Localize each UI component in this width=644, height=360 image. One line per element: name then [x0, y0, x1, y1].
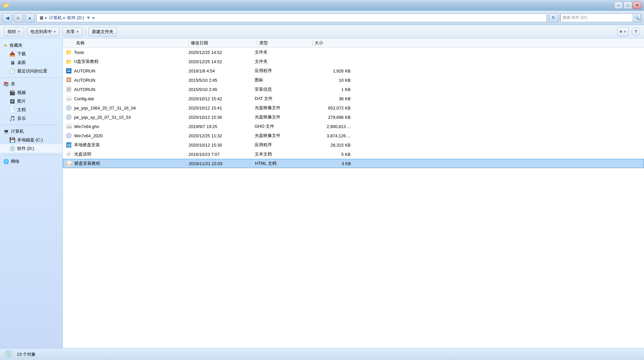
- table-row[interactable]: DAT Config.dat 2020/10/12 15:42 DAT 文件 3…: [63, 94, 644, 103]
- sidebar-item-video[interactable]: 🎬 视频: [0, 88, 63, 97]
- table-row[interactable]: HTML 硬盘安装教程 2016/11/21 22:03 HTML 文档 3 K…: [63, 159, 644, 168]
- svg-point-12: [68, 116, 69, 118]
- sidebar: ★ 收藏夹 📥 下载 🖥 桌面 🕐 最近访问的位置 📚 库: [0, 38, 63, 348]
- library-label: 包含到库中: [30, 29, 52, 35]
- file-type-cell: 安装信息: [255, 86, 308, 92]
- file-type-cell: 文件夹: [255, 49, 308, 55]
- file-size-cell: 1,926 KB: [308, 68, 357, 73]
- svg-rect-2: [67, 71, 70, 72]
- file-date-cell: 2015/5/10 2:45: [189, 78, 255, 83]
- table-row[interactable]: 🖼 AUTORUN 2015/5/10 2:45 图标 10 KB: [63, 75, 644, 85]
- breadcrumb-drive[interactable]: 软件 (D:): [67, 15, 84, 21]
- recent-icon: 🕐: [9, 68, 15, 74]
- file-type-icon: 🖼: [65, 77, 72, 83]
- table-row[interactable]: 📁 U盘安装教程 2020/12/25 14:52 文件夹: [63, 57, 644, 66]
- table-row[interactable]: Win7x64_2020 2020/12/25 11:32 光盘映像文件 3,8…: [63, 131, 644, 140]
- file-name-text: 光盘说明: [74, 151, 91, 157]
- file-type-icon: 📁: [65, 49, 72, 56]
- sidebar-network-header[interactable]: 🌐 网络: [0, 157, 63, 166]
- file-type-cell: 光盘映像文件: [255, 133, 308, 139]
- table-row[interactable]: pe_yqs_1064_20_07_31_16_04 2020/10/12 15…: [63, 103, 644, 112]
- svg-rect-0: [66, 68, 71, 73]
- table-row[interactable]: GHO Win7x64.gho 2019/9/7 19:25 GHO 文件 2,…: [63, 122, 644, 131]
- svg-point-10: [68, 107, 69, 109]
- file-name-text: Win7x64_2020: [74, 133, 103, 138]
- new-folder-button[interactable]: 新建文件夹: [88, 27, 117, 36]
- file-name-text: Tools: [74, 50, 84, 55]
- help-button[interactable]: ?: [631, 27, 640, 36]
- organize-dropdown-arrow: ▼: [18, 30, 21, 33]
- maximize-button[interactable]: □: [623, 2, 632, 9]
- minimize-button[interactable]: ─: [614, 2, 623, 9]
- refresh-button[interactable]: ↻: [549, 13, 558, 22]
- search-placeholder-text: 搜索 软件 (D:): [563, 15, 587, 21]
- library-button[interactable]: 包含到库中 ▼: [27, 27, 60, 36]
- share-button[interactable]: 共享 ▼: [63, 27, 83, 36]
- file-type-icon: HD: [65, 142, 72, 148]
- file-name-text: AUTORUN: [74, 78, 95, 83]
- organize-label: 组织: [8, 29, 16, 35]
- file-type-cell: 光盘映像文件: [255, 105, 308, 111]
- file-name-cell: 光盘说明: [63, 151, 189, 158]
- c-drive-label: 本地磁盘 (C:): [17, 137, 43, 143]
- organize-button[interactable]: 组织 ▼: [4, 27, 24, 36]
- statusbar: 💿 13 个对象: [0, 348, 644, 360]
- table-row[interactable]: AUTORUN 2015/5/10 2:45 安装信息 1 KB: [63, 85, 644, 94]
- favorites-label: 收藏夹: [10, 42, 22, 48]
- sidebar-library-header[interactable]: 📚 库: [0, 80, 63, 88]
- file-name-cell: 🖼 AUTORUN: [63, 77, 189, 83]
- sidebar-favorites-header[interactable]: ★ 收藏夹: [0, 41, 63, 50]
- file-name-cell: HTML 硬盘安装教程: [63, 160, 189, 167]
- col-header-date[interactable]: 修改日期: [191, 40, 257, 46]
- breadcrumb-computer[interactable]: 计算机: [49, 15, 62, 21]
- table-row[interactable]: AUTORUN 2016/1/8 4:54 应用程序 1,926 KB: [63, 66, 644, 75]
- file-name-cell: pe_yqs_1064_20_07_31_16_04: [63, 105, 189, 111]
- breadcrumb-dropdown-arrow[interactable]: ▼: [85, 15, 91, 21]
- file-type-cell: DAT 文件: [255, 96, 308, 102]
- sidebar-network-section: 🌐 网络: [0, 157, 63, 166]
- col-header-type[interactable]: 类型: [259, 40, 312, 46]
- forward-button[interactable]: ▶: [14, 13, 23, 22]
- table-row[interactable]: 📁 Tools 2020/12/25 14:52 文件夹: [63, 48, 644, 57]
- file-date-cell: 2020/10/12 15:42: [189, 96, 255, 101]
- library-icon: 📚: [3, 81, 9, 87]
- file-name-cell: Win7x64_2020: [63, 132, 189, 139]
- back-button[interactable]: ◀: [3, 13, 12, 22]
- col-sep-2: [257, 40, 257, 46]
- document-label: 文档: [17, 107, 26, 113]
- sidebar-library-section: 📚 库 🎬 视频 🖼 图片 📄 文档 🎵 音乐: [0, 80, 63, 123]
- sidebar-item-c-drive[interactable]: 💾 本地磁盘 (C:): [0, 136, 63, 144]
- download-label: 下载: [17, 51, 26, 57]
- file-size-cell: 2,900,813 ...: [308, 124, 357, 129]
- sidebar-item-desktop[interactable]: 🖥 桌面: [0, 58, 63, 67]
- sidebar-computer-header[interactable]: 💻 计算机: [0, 127, 63, 136]
- table-row[interactable]: 光盘说明 2016/10/23 7:07 文本文档 5 KB: [63, 150, 644, 159]
- file-date-cell: 2020/10/12 15:41: [189, 106, 255, 111]
- table-row[interactable]: HD 本地硬盘安装 2020/10/12 15:30 应用程序 28,315 K…: [63, 140, 644, 150]
- breadcrumb-bar: 🖥 ▶ 计算机 ▶ 软件 (D:) ▼ ▶: [36, 14, 547, 22]
- file-date-cell: 2016/1/8 4:54: [189, 68, 255, 73]
- sidebar-item-music[interactable]: 🎵 音乐: [0, 114, 63, 123]
- sidebar-item-recent[interactable]: 🕐 最近访问的位置: [0, 67, 63, 75]
- col-header-size[interactable]: 大小: [315, 40, 364, 46]
- up-button[interactable]: ▲: [25, 13, 34, 22]
- sidebar-item-d-drive[interactable]: 💿 软件 (D:): [0, 144, 63, 153]
- table-row[interactable]: pe_yqs_xp_20_07_31_15_53 2020/10/12 15:3…: [63, 112, 644, 122]
- d-drive-label: 软件 (D:): [17, 146, 34, 152]
- search-input[interactable]: 搜索 软件 (D:): [560, 14, 633, 22]
- file-name-cell: DAT Config.dat: [63, 95, 189, 102]
- sidebar-item-download[interactable]: 📥 下载: [0, 50, 63, 58]
- file-size-cell: 5 KB: [308, 152, 357, 157]
- close-button[interactable]: ✕: [633, 2, 641, 9]
- view-options-button[interactable]: ≡ ▼: [617, 27, 629, 36]
- content-area: 名称 修改日期 类型 大小 📁 Tools 2020/12/25 14:52 文…: [63, 38, 644, 348]
- col-header-name[interactable]: 名称: [63, 40, 189, 46]
- recent-label: 最近访问的位置: [17, 68, 47, 74]
- svg-text:HD: HD: [67, 144, 71, 147]
- sidebar-item-image[interactable]: 🖼 图片: [0, 97, 63, 106]
- sidebar-item-document[interactable]: 📄 文档: [0, 106, 63, 114]
- share-label: 共享: [66, 29, 75, 35]
- file-list: 📁 Tools 2020/12/25 14:52 文件夹 📁 U盘安装教程 20…: [63, 48, 644, 348]
- search-button[interactable]: 🔍: [633, 14, 641, 22]
- sidebar-favorites-section: ★ 收藏夹 📥 下载 🖥 桌面 🕐 最近访问的位置: [0, 41, 63, 75]
